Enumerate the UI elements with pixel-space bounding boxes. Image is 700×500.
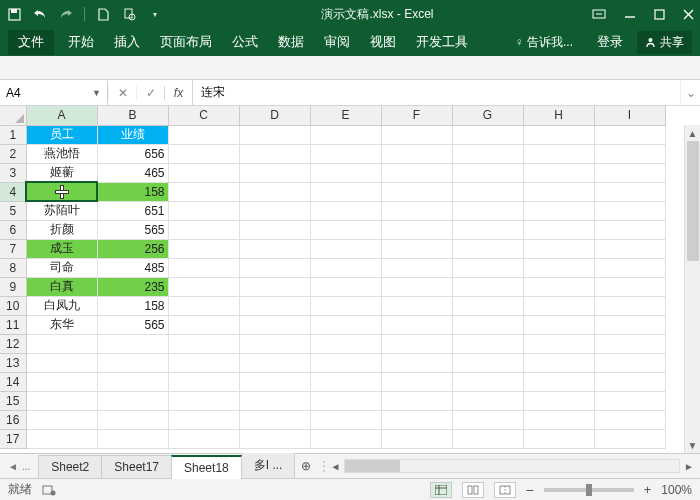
save-icon[interactable] — [6, 6, 22, 22]
cell-B8[interactable]: 485 — [97, 258, 168, 277]
cell-I4[interactable] — [594, 182, 665, 201]
view-pagebreak-icon[interactable] — [494, 482, 516, 498]
cell-B12[interactable] — [97, 334, 168, 353]
cell-B7[interactable]: 256 — [97, 239, 168, 258]
cell-H10[interactable] — [523, 296, 594, 315]
sheet-tab-Sheet18[interactable]: Sheet18 — [171, 455, 242, 479]
cell-A2[interactable]: 燕池悟 — [26, 144, 97, 163]
col-header-G[interactable]: G — [452, 106, 523, 125]
cell-I9[interactable] — [594, 277, 665, 296]
cell-C4[interactable] — [168, 182, 239, 201]
cell-H14[interactable] — [523, 372, 594, 391]
col-header-H[interactable]: H — [523, 106, 594, 125]
cell-E10[interactable] — [310, 296, 381, 315]
add-sheet-button[interactable]: ⊕ — [294, 456, 318, 476]
cell-A7[interactable]: 成玉 — [26, 239, 97, 258]
row-header-17[interactable]: 17 — [0, 429, 26, 448]
cell-H13[interactable] — [523, 353, 594, 372]
cell-F16[interactable] — [381, 410, 452, 429]
cell-E16[interactable] — [310, 410, 381, 429]
cell-C15[interactable] — [168, 391, 239, 410]
cell-C11[interactable] — [168, 315, 239, 334]
select-all-corner[interactable] — [0, 106, 26, 125]
row-header-11[interactable]: 11 — [0, 315, 26, 334]
cell-A10[interactable]: 白凤九 — [26, 296, 97, 315]
cell-H3[interactable] — [523, 163, 594, 182]
ribbon-options-icon[interactable] — [592, 8, 606, 20]
close-icon[interactable] — [683, 9, 694, 20]
cell-C14[interactable] — [168, 372, 239, 391]
cell-B6[interactable]: 565 — [97, 220, 168, 239]
sheet-tab-Sheet17[interactable]: Sheet17 — [101, 455, 172, 478]
tab-开发工具[interactable]: 开发工具 — [406, 30, 478, 55]
cell-F10[interactable] — [381, 296, 452, 315]
row-header-10[interactable]: 10 — [0, 296, 26, 315]
view-normal-icon[interactable] — [430, 482, 452, 498]
row-header-14[interactable]: 14 — [0, 372, 26, 391]
cell-D12[interactable] — [239, 334, 310, 353]
cell-H1[interactable] — [523, 125, 594, 144]
cell-D16[interactable] — [239, 410, 310, 429]
cell-I16[interactable] — [594, 410, 665, 429]
cell-B13[interactable] — [97, 353, 168, 372]
cell-H4[interactable] — [523, 182, 594, 201]
cell-D6[interactable] — [239, 220, 310, 239]
cell-A3[interactable]: 姬蘅 — [26, 163, 97, 182]
cell-E15[interactable] — [310, 391, 381, 410]
row-header-4[interactable]: 4 — [0, 182, 26, 201]
cell-D5[interactable] — [239, 201, 310, 220]
col-header-F[interactable]: F — [381, 106, 452, 125]
cell-F5[interactable] — [381, 201, 452, 220]
cell-D3[interactable] — [239, 163, 310, 182]
cell-A4[interactable] — [26, 182, 97, 201]
cell-E3[interactable] — [310, 163, 381, 182]
cell-H12[interactable] — [523, 334, 594, 353]
row-header-1[interactable]: 1 — [0, 125, 26, 144]
cell-F13[interactable] — [381, 353, 452, 372]
cell-I6[interactable] — [594, 220, 665, 239]
cell-I12[interactable] — [594, 334, 665, 353]
cell-B11[interactable]: 565 — [97, 315, 168, 334]
cell-D17[interactable] — [239, 429, 310, 448]
print-preview-icon[interactable] — [121, 6, 137, 22]
tab-数据[interactable]: 数据 — [268, 30, 314, 55]
cell-D9[interactable] — [239, 277, 310, 296]
cell-G16[interactable] — [452, 410, 523, 429]
col-header-E[interactable]: E — [310, 106, 381, 125]
cell-F12[interactable] — [381, 334, 452, 353]
cell-D2[interactable] — [239, 144, 310, 163]
cell-E12[interactable] — [310, 334, 381, 353]
cell-G15[interactable] — [452, 391, 523, 410]
cell-C8[interactable] — [168, 258, 239, 277]
fx-icon[interactable]: fx — [164, 86, 192, 100]
row-header-8[interactable]: 8 — [0, 258, 26, 277]
cell-C12[interactable] — [168, 334, 239, 353]
horizontal-scrollbar[interactable] — [344, 459, 680, 473]
cell-B3[interactable]: 465 — [97, 163, 168, 182]
cell-F11[interactable] — [381, 315, 452, 334]
cell-C9[interactable] — [168, 277, 239, 296]
row-header-13[interactable]: 13 — [0, 353, 26, 372]
row-header-7[interactable]: 7 — [0, 239, 26, 258]
cell-A6[interactable]: 折颜 — [26, 220, 97, 239]
zoom-out-button[interactable]: − — [526, 482, 534, 498]
cell-C5[interactable] — [168, 201, 239, 220]
cell-D13[interactable] — [239, 353, 310, 372]
formula-bar-input[interactable] — [201, 86, 672, 100]
cell-H7[interactable] — [523, 239, 594, 258]
cell-E17[interactable] — [310, 429, 381, 448]
cell-G14[interactable] — [452, 372, 523, 391]
cell-G5[interactable] — [452, 201, 523, 220]
cell-I8[interactable] — [594, 258, 665, 277]
cell-G13[interactable] — [452, 353, 523, 372]
tell-me[interactable]: ♀ 告诉我... — [505, 30, 583, 55]
cell-A17[interactable] — [26, 429, 97, 448]
cell-F7[interactable] — [381, 239, 452, 258]
tab-开始[interactable]: 开始 — [58, 30, 104, 55]
scroll-down-icon[interactable]: ▼ — [685, 437, 700, 453]
row-header-16[interactable]: 16 — [0, 410, 26, 429]
row-header-5[interactable]: 5 — [0, 201, 26, 220]
cell-A9[interactable]: 白真 — [26, 277, 97, 296]
cell-H9[interactable] — [523, 277, 594, 296]
vscroll-thumb[interactable] — [687, 141, 699, 261]
